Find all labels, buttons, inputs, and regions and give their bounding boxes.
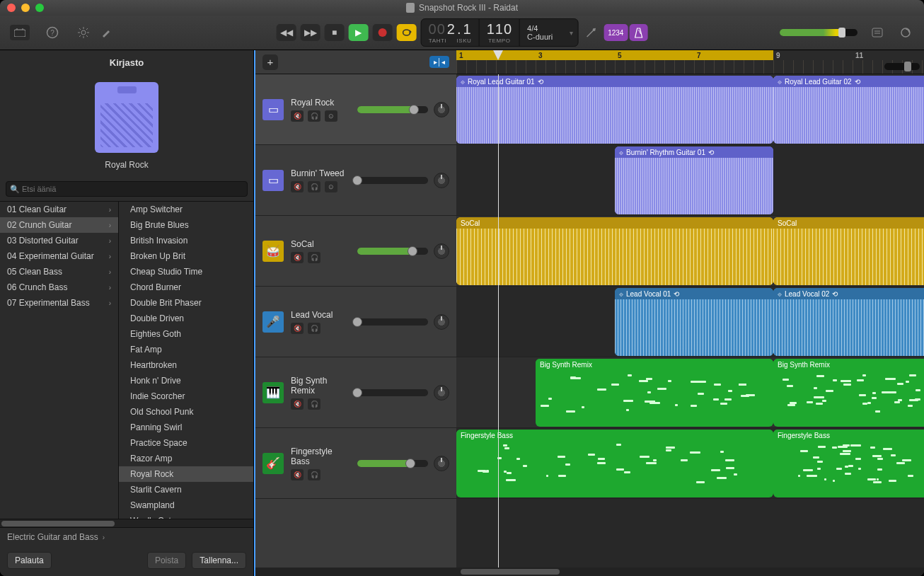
region[interactable]: ⟐Lead Vocal 01 ⟲: [615, 288, 773, 356]
track-header[interactable]: ▭Royal Rock🔇🎧⊙: [255, 74, 456, 145]
mute-button[interactable]: 🔇: [291, 323, 304, 334]
library-preset-list[interactable]: Amp SwitcherBig Brute BluesBritish Invas…: [119, 202, 253, 519]
library-category-item[interactable]: 04 Experimental Guitar›: [0, 248, 118, 264]
library-preset-item[interactable]: Swampland: [119, 497, 253, 513]
headphone-button[interactable]: 🎧: [308, 398, 320, 410]
library-preset-item[interactable]: Cheap Studio Time: [119, 264, 253, 280]
library-category-item[interactable]: 01 Clean Guitar›: [0, 202, 118, 217]
lcd-display[interactable]: 002.1 TAHTIISKU 110 TEMPO 4/4 C-duuri ▾: [421, 18, 579, 47]
library-preset-item[interactable]: Amp Switcher: [119, 202, 253, 217]
region[interactable]: ⟐Royal Lead Guitar 01 ⟲: [456, 76, 773, 144]
cycle-button[interactable]: [397, 24, 417, 41]
tuning-icon[interactable]: [582, 24, 599, 41]
region[interactable]: Big Synth Remix: [536, 359, 773, 427]
catch-playhead-button[interactable]: ▸│◂: [429, 56, 449, 68]
count-in-button[interactable]: 1234: [604, 24, 628, 41]
cycle-region[interactable]: [456, 50, 773, 60]
delete-button[interactable]: Poista: [147, 552, 186, 569]
record-button[interactable]: [373, 24, 393, 41]
track-header[interactable]: ▭Burnin' Tweed🔇🎧⊙: [255, 145, 456, 216]
region[interactable]: SoCal: [456, 217, 773, 285]
arrangement-area[interactable]: ⟐Royal Lead Guitar 01 ⟲⟐Royal Lead Guita…: [456, 74, 924, 568]
track-volume[interactable]: [357, 177, 428, 184]
library-search-input[interactable]: [6, 181, 248, 197]
headphone-button[interactable]: 🎧: [308, 323, 320, 334]
input-monitor-button[interactable]: ⊙: [325, 110, 337, 122]
track-header[interactable]: 🎹Big Synth Remix🔇🎧: [255, 357, 456, 428]
region[interactable]: ⟐Burnin' Rhythm Guitar 01 ⟲: [615, 146, 773, 214]
lcd-dropdown-icon[interactable]: ▾: [565, 19, 577, 46]
mute-button[interactable]: 🔇: [291, 110, 304, 122]
track-pan[interactable]: [434, 173, 449, 188]
region[interactable]: SoCal: [773, 217, 924, 285]
region[interactable]: Big Synth Remix: [773, 359, 924, 427]
library-preset-item[interactable]: Starlit Cavern: [119, 482, 253, 497]
lcd-timesig[interactable]: 4/4: [527, 24, 538, 33]
add-track-button[interactable]: +: [262, 54, 278, 70]
library-category-item[interactable]: 05 Clean Bass›: [0, 264, 118, 280]
headphone-button[interactable]: 🎧: [308, 469, 320, 480]
library-preset-item[interactable]: Double Brit Phaser: [119, 295, 253, 311]
quick-help-icon[interactable]: ?: [44, 24, 61, 41]
headphone-button[interactable]: 🎧: [308, 110, 320, 122]
library-breadcrumb[interactable]: Electric Guitar and Bass›: [0, 527, 253, 546]
track-volume[interactable]: [357, 318, 428, 326]
library-preset-item[interactable]: Honk n' Drive: [119, 373, 253, 388]
notepad-icon[interactable]: [869, 24, 886, 41]
library-preset-item[interactable]: Old School Punk: [119, 404, 253, 420]
region[interactable]: Fingerstyle Bass: [456, 430, 773, 497]
track-header[interactable]: 🎤Lead Vocal🔇🎧: [255, 287, 456, 357]
library-preset-item[interactable]: Eighties Goth: [119, 326, 253, 342]
library-preset-item[interactable]: Razor Amp: [119, 451, 253, 466]
library-preset-item[interactable]: Heartbroken: [119, 357, 253, 373]
library-preset-item[interactable]: Big Brute Blues: [119, 217, 253, 233]
mute-button[interactable]: 🔇: [291, 398, 304, 410]
library-preset-item[interactable]: British Invasion: [119, 233, 253, 248]
track-pan[interactable]: [434, 456, 449, 471]
library-preset-item[interactable]: Royal Rock: [119, 466, 253, 482]
library-category-item[interactable]: 03 Distorted Guitar›: [0, 233, 118, 248]
library-preset-item[interactable]: Indie Scorcher: [119, 388, 253, 404]
track-volume[interactable]: [357, 248, 428, 255]
library-preset-item[interactable]: Fat Amp: [119, 342, 253, 357]
revert-button[interactable]: Palauta: [7, 552, 52, 569]
library-preset-item[interactable]: Woolly Octave: [119, 513, 253, 519]
zoom-window[interactable]: [35, 4, 44, 12]
timeline-ruler[interactable]: 1357911: [456, 50, 924, 74]
library-category-item[interactable]: 07 Experimental Bass›: [0, 295, 118, 311]
stop-button[interactable]: ■: [325, 24, 345, 41]
mute-button[interactable]: 🔇: [291, 469, 304, 480]
library-scrollbar[interactable]: [0, 519, 253, 527]
master-volume[interactable]: [780, 29, 857, 36]
track-header[interactable]: 🥁SoCal🔇🎧: [255, 216, 456, 287]
track-pan[interactable]: [434, 243, 449, 259]
track-pan[interactable]: [434, 314, 449, 330]
loops-browser-icon[interactable]: [897, 24, 914, 41]
mute-button[interactable]: 🔇: [291, 181, 304, 192]
library-preset-item[interactable]: Panning Swirl: [119, 420, 253, 435]
play-button[interactable]: ▶: [349, 24, 369, 41]
track-header[interactable]: 🎸Fingerstyle Bass🔇🎧: [255, 428, 456, 499]
track-volume[interactable]: [357, 460, 428, 467]
minimize-window[interactable]: [21, 4, 30, 12]
library-preset-item[interactable]: Chord Burner: [119, 280, 253, 295]
library-category-item[interactable]: 06 Crunch Bass›: [0, 280, 118, 295]
region[interactable]: ⟐Royal Lead Guitar 02 ⟲: [773, 76, 924, 144]
forward-button[interactable]: ▶▶: [301, 24, 320, 41]
save-button[interactable]: Tallenna...: [192, 552, 246, 569]
close-window[interactable]: [7, 4, 16, 12]
settings-icon[interactable]: [75, 24, 92, 41]
region[interactable]: Fingerstyle Bass: [773, 430, 924, 497]
lcd-tempo[interactable]: 110: [487, 21, 512, 38]
library-category-item[interactable]: 02 Crunch Guitar›: [0, 217, 118, 233]
mute-button[interactable]: 🔇: [291, 252, 304, 263]
headphone-button[interactable]: 🎧: [308, 181, 320, 192]
track-volume[interactable]: [357, 389, 428, 396]
track-pan[interactable]: [434, 102, 449, 117]
library-toggle-icon[interactable]: [10, 25, 30, 40]
rewind-button[interactable]: ◀◀: [277, 24, 296, 41]
metronome-button[interactable]: [629, 24, 647, 41]
track-volume[interactable]: [357, 106, 428, 113]
library-preset-item[interactable]: Double Driven: [119, 311, 253, 326]
timeline-scrollbar[interactable]: [255, 568, 924, 576]
